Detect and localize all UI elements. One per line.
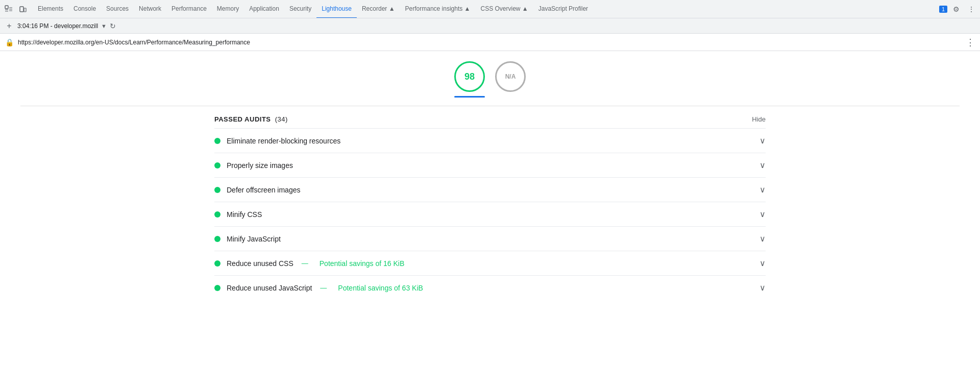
audit-savings-text: Potential savings of 63 KiB — [338, 284, 423, 292]
chevron-down-icon: ∨ — [760, 160, 766, 170]
green-dot-icon — [214, 211, 220, 218]
accessibility-score-circle[interactable]: N/A — [495, 61, 526, 92]
device-toggle-button[interactable] — [16, 3, 30, 16]
audit-item-label: Reduce unused JavaScript — [227, 284, 312, 292]
audits-header: PASSED AUDITS (34) Hide — [214, 106, 766, 128]
green-dot-icon — [214, 187, 220, 193]
chevron-down-icon: ∨ — [760, 258, 766, 268]
performance-score-container: 98 — [454, 61, 485, 98]
audit-item-properly-size-images[interactable]: Properly size images∨ — [214, 153, 766, 177]
audit-item-minify-javascript[interactable]: Minify JavaScript∨ — [214, 226, 766, 251]
reload-icon[interactable]: ↻ — [110, 22, 116, 30]
audit-item-left: Minify JavaScript — [214, 235, 760, 243]
lock-icon: 🔒 — [5, 38, 14, 46]
tab-network[interactable]: Network — [134, 0, 166, 18]
audit-item-left: Defer offscreen images — [214, 186, 760, 194]
tab-css-overview[interactable]: CSS Overview ▲ — [475, 0, 533, 18]
audit-item-minify-css[interactable]: Minify CSS∨ — [214, 202, 766, 226]
green-dot-icon — [214, 285, 220, 291]
audit-item-defer-offscreen-images[interactable]: Defer offscreen images∨ — [214, 177, 766, 202]
devtools-tabs-bar: Elements Console Sources Network Perform… — [0, 0, 980, 18]
audit-item-label: Properly size images — [227, 161, 293, 170]
audit-item-label: Minify CSS — [227, 210, 262, 219]
settings-button[interactable]: ⚙ — [949, 3, 963, 16]
chevron-down-icon: ∨ — [760, 234, 766, 244]
inspect-element-button[interactable] — [2, 3, 15, 16]
tab-console[interactable]: Console — [68, 0, 101, 18]
svg-rect-1 — [20, 7, 23, 12]
audit-item-left: Eliminate render-blocking resources — [214, 137, 760, 145]
audit-item-label: Defer offscreen images — [227, 186, 300, 194]
score-active-indicator — [454, 96, 485, 98]
score-area: 98 N/A — [0, 51, 980, 98]
svg-rect-0 — [5, 6, 8, 9]
tab-lighthouse[interactable]: Lighthouse — [316, 0, 357, 18]
chevron-down-icon: ∨ — [760, 283, 766, 293]
tab-recorder[interactable]: Recorder ▲ — [357, 0, 400, 18]
audit-item-eliminate-render-blocking[interactable]: Eliminate render-blocking resources∨ — [214, 128, 766, 153]
audit-list: Eliminate render-blocking resources∨Prop… — [214, 128, 766, 300]
tab-security[interactable]: Security — [284, 0, 316, 18]
audit-item-label: Reduce unused CSS — [227, 259, 293, 268]
audit-item-left: Properly size images — [214, 161, 760, 170]
green-dot-icon — [214, 162, 220, 168]
audit-item-left: Reduce unused CSS — Potential savings of… — [214, 259, 760, 268]
new-tab-button[interactable]: + — [4, 21, 14, 31]
main-content: 98 N/A PASSED AUDITS (34) Hide Eliminate… — [0, 51, 980, 386]
audit-item-reduce-unused-css[interactable]: Reduce unused CSS — Potential savings of… — [214, 251, 766, 275]
green-dot-icon — [214, 138, 220, 144]
green-dot-icon — [214, 236, 220, 242]
audits-section: PASSED AUDITS (34) Hide Eliminate render… — [194, 106, 786, 300]
tab-application[interactable]: Application — [244, 0, 284, 18]
savings-dash: — — [302, 259, 308, 267]
audit-item-left: Reduce unused JavaScript — Potential sav… — [214, 284, 760, 292]
hide-audits-button[interactable]: Hide — [752, 115, 766, 123]
url-more-button[interactable]: ⋮ — [966, 37, 975, 48]
performance-score-circle[interactable]: 98 — [454, 61, 485, 92]
audit-item-label: Minify JavaScript — [227, 235, 281, 243]
tab-sources[interactable]: Sources — [101, 0, 134, 18]
more-options-button[interactable]: ⋮ — [965, 3, 978, 16]
url-text: https://developer.mozilla.org/en-US/docs… — [18, 39, 962, 46]
chevron-down-icon: ∨ — [760, 185, 766, 195]
tabs-right-actions: 1 ⚙ ⋮ — [939, 3, 978, 16]
svg-rect-2 — [24, 8, 26, 12]
chevron-down-icon: ∨ — [760, 209, 766, 219]
url-bar: 🔒 https://developer.mozilla.org/en-US/do… — [0, 34, 980, 51]
audit-savings-text: Potential savings of 16 KiB — [320, 259, 405, 268]
tab-performance-insights[interactable]: Performance insights ▲ — [400, 0, 476, 18]
notification-badge: 1 — [939, 6, 947, 13]
score-inactive-indicator — [495, 96, 526, 98]
audit-item-label: Eliminate render-blocking resources — [227, 137, 340, 145]
secondary-bar: + 3:04:16 PM - developer.mozill ▼ ↻ — [0, 18, 980, 34]
tab-memory[interactable]: Memory — [212, 0, 244, 18]
audit-item-reduce-unused-javascript[interactable]: Reduce unused JavaScript — Potential sav… — [214, 275, 766, 300]
tab-javascript-profiler[interactable]: JavaScript Profiler — [533, 0, 593, 18]
tab-performance[interactable]: Performance — [166, 0, 212, 18]
devtools-icons-left — [2, 3, 30, 16]
accessibility-score-container: N/A — [495, 61, 526, 98]
tab-elements[interactable]: Elements — [33, 0, 68, 18]
audit-item-left: Minify CSS — [214, 210, 760, 219]
audits-title: PASSED AUDITS (34) — [214, 115, 288, 123]
green-dot-icon — [214, 260, 220, 267]
savings-dash: — — [320, 284, 327, 292]
timestamp: 3:04:16 PM - developer.mozill ▼ — [17, 22, 107, 30]
chevron-down-icon: ∨ — [760, 136, 766, 146]
dropdown-arrow: ▼ — [101, 23, 107, 29]
